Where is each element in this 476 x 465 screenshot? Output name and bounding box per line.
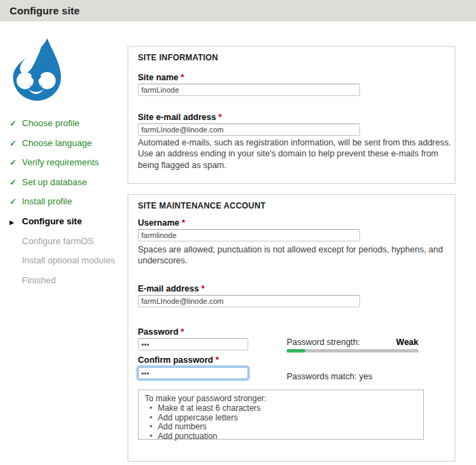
site-maintenance-account-fieldset: SITE MAINTENANCE ACCOUNT Username * Spac… (128, 194, 455, 462)
site-email-input[interactable] (138, 123, 360, 136)
step-label: Set up database (22, 177, 87, 187)
step-configure-site: ▶ Configure site (10, 216, 126, 236)
password-strength-value: Weak (396, 337, 418, 347)
password-strength-fill (287, 349, 305, 353)
site-information-fieldset: SITE INFORMATION Site name * Site e-mail… (128, 46, 455, 184)
required-asterisk: * (218, 112, 222, 122)
step-label: Install optional modules (22, 255, 115, 265)
step-label: Finished (22, 275, 56, 285)
step-label: Choose language (22, 138, 92, 148)
password-tip: Make it at least 6 characters (145, 404, 418, 414)
step-choose-language: ✓ Choose language (10, 138, 126, 158)
confirm-password-input[interactable] (138, 367, 248, 379)
step-install-profile: ✓ Install profile (10, 196, 126, 216)
password-input[interactable] (138, 338, 248, 350)
site-information-legend: SITE INFORMATION (138, 53, 218, 62)
site-email-label: Site e-mail address * (138, 112, 222, 122)
step-install-optional-modules: Install optional modules (10, 255, 126, 275)
passwords-match-status: Passwords match: yes (287, 372, 372, 381)
site-name-input[interactable] (138, 84, 360, 96)
password-tip: Add punctuation (145, 432, 418, 442)
drupal-logo-icon (5, 34, 69, 103)
site-name-label: Site name * (138, 73, 184, 82)
required-asterisk: * (181, 73, 185, 82)
username-description: Spaces are allowed; punctuation is not a… (138, 244, 452, 267)
step-label: Configure farmOS (22, 236, 94, 246)
required-asterisk: * (215, 355, 219, 365)
password-strength-bar (287, 349, 418, 353)
check-icon: ✓ (10, 119, 22, 128)
password-tips-list: Make it at least 6 characters Add upperc… (145, 404, 418, 441)
step-configure-farmos: Configure farmOS (10, 236, 126, 256)
step-label: Verify requirements (22, 157, 99, 167)
step-label: Configure site (22, 216, 82, 226)
step-set-up-database: ✓ Set up database (10, 177, 126, 197)
required-asterisk: * (182, 218, 185, 228)
check-icon: ✓ (10, 158, 22, 167)
install-steps: ✓ Choose profile ✓ Choose language ✓ Ver… (10, 118, 126, 294)
confirm-password-label: Confirm password * (138, 355, 219, 365)
check-icon: ✓ (10, 197, 22, 206)
step-label: Install profile (22, 196, 72, 206)
page-title: Configure site (10, 5, 80, 16)
site-maintenance-account-legend: SITE MAINTENANCE ACCOUNT (138, 201, 265, 211)
password-tip: Add uppercase letters (145, 414, 418, 423)
password-tips-title: To make your password stronger: (145, 394, 418, 403)
step-label: Choose profile (22, 118, 80, 128)
password-strength-indicator: Password strength: Weak (287, 337, 418, 347)
check-icon: ✓ (10, 178, 22, 187)
step-finished: Finished (10, 275, 126, 295)
site-email-description: Automated e-mails, such as registration … (138, 137, 452, 171)
check-icon: ✓ (10, 139, 22, 148)
account-email-input[interactable] (138, 295, 360, 307)
step-choose-profile: ✓ Choose profile (10, 118, 126, 138)
required-asterisk: * (201, 284, 204, 294)
required-asterisk: * (181, 327, 185, 337)
page-header: Configure site (0, 0, 476, 21)
step-verify-requirements: ✓ Verify requirements (10, 157, 126, 177)
password-tips-box: To make your password stronger: Make it … (138, 390, 424, 440)
password-strength-label: Password strength: (287, 337, 360, 347)
password-tip: Add numbers (145, 422, 418, 432)
account-email-label: E-mail address * (138, 284, 204, 294)
arrow-right-icon: ▶ (10, 219, 22, 226)
username-label: Username * (138, 218, 185, 228)
username-input[interactable] (138, 229, 360, 241)
password-label: Password * (138, 327, 184, 337)
